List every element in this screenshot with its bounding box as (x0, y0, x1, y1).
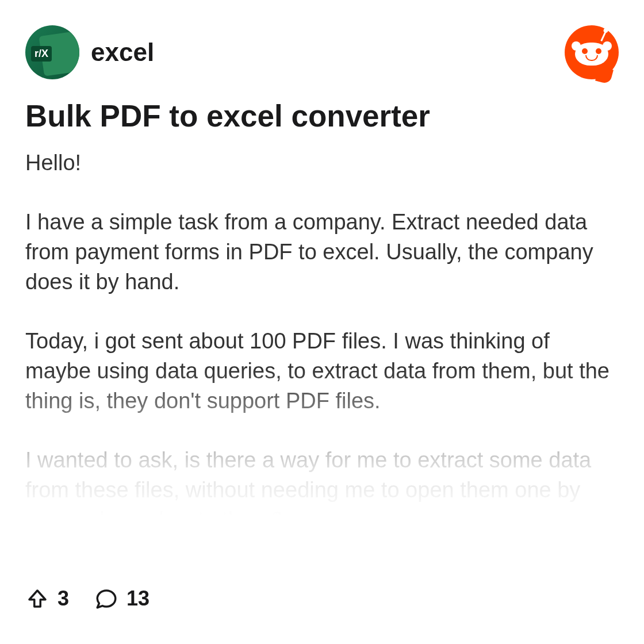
upvote-count: 3 (57, 586, 69, 611)
post-paragraph: I have a simple task from a company. Ext… (25, 208, 619, 297)
subreddit-avatar[interactable]: r/X (25, 25, 79, 79)
comment-count: 13 (126, 586, 150, 611)
subreddit-badge: r/X (31, 46, 52, 62)
post-paragraph: I wanted to ask, is there a way for me t… (25, 446, 619, 535)
upvote-icon (25, 586, 49, 611)
post-content: Bulk PDF to excel converter Hello! I hav… (25, 98, 619, 552)
post-paragraph: Hello! (25, 148, 619, 178)
post-header: r/X excel (25, 25, 619, 79)
comment-icon (94, 586, 118, 611)
comments-button[interactable]: 13 (94, 586, 150, 611)
upvote-button[interactable]: 3 (25, 586, 69, 611)
post-body: Hello! I have a simple task from a compa… (25, 148, 619, 552)
subreddit-name[interactable]: excel (91, 38, 154, 67)
post-paragraph: Today, i got sent about 100 PDF files. I… (25, 327, 619, 416)
reddit-logo-icon[interactable] (565, 25, 619, 79)
post-title: Bulk PDF to excel converter (25, 98, 619, 135)
subreddit-info[interactable]: r/X excel (25, 25, 154, 79)
post-footer: 3 13 (25, 586, 150, 611)
